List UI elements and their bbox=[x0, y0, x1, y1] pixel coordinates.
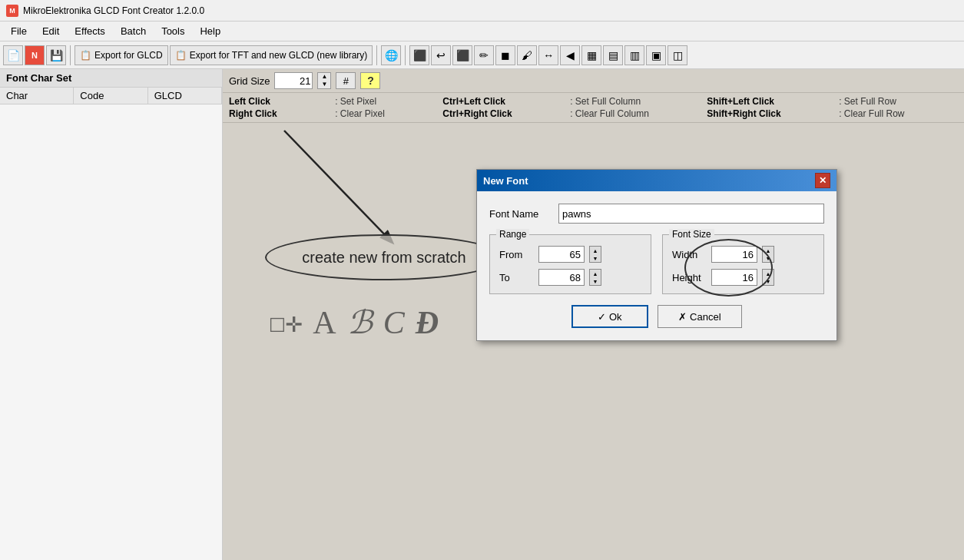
menu-tools[interactable]: Tools bbox=[154, 24, 192, 38]
from-row: From ▲ ▼ bbox=[499, 246, 641, 263]
height-up[interactable]: ▲ bbox=[763, 270, 774, 277]
table-header: Char Code GLCD bbox=[0, 88, 222, 104]
chars-area: ☐✛ A ℬ C Ð bbox=[269, 303, 439, 341]
width-input[interactable] bbox=[711, 246, 757, 263]
tool7[interactable]: ↔ bbox=[538, 45, 558, 65]
app-title: MikroElektronika GLCD Font Creator 1.2.0… bbox=[23, 5, 204, 16]
toolbar: 📄 N 💾 📋 Export for GLCD 📋 Export for TFT… bbox=[0, 41, 964, 69]
globe-button[interactable]: 🌐 bbox=[381, 45, 401, 65]
col-glcd: GLCD bbox=[148, 88, 222, 104]
to-input[interactable] bbox=[538, 269, 585, 286]
export-tft-button[interactable]: 📋 Export for TFT and new GLCD (new libra… bbox=[170, 45, 373, 65]
from-label: From bbox=[499, 249, 534, 260]
menu-effects[interactable]: Effects bbox=[67, 24, 113, 38]
from-up[interactable]: ▲ bbox=[590, 247, 601, 254]
dialog-title: New Font bbox=[483, 175, 528, 187]
height-row: Height ▲ ▼ bbox=[672, 269, 814, 286]
grid-size-up[interactable]: ▲ bbox=[318, 73, 330, 81]
sep2 bbox=[376, 45, 377, 65]
to-row: To ▲ ▼ bbox=[499, 269, 641, 286]
shift-left-desc: : Set Full Row bbox=[839, 96, 958, 107]
save-button[interactable]: 💾 bbox=[46, 45, 66, 65]
menu-batch[interactable]: Batch bbox=[113, 24, 154, 38]
to-spinner[interactable]: ▲ ▼ bbox=[589, 269, 601, 286]
tool10[interactable]: ▤ bbox=[603, 45, 623, 65]
right-click-label: Right Click bbox=[229, 108, 330, 119]
tool8[interactable]: ◀ bbox=[560, 45, 580, 65]
click-instructions: Left Click : Set Pixel Ctrl+Left Click :… bbox=[223, 93, 964, 123]
to-up[interactable]: ▲ bbox=[590, 270, 601, 277]
help-button[interactable]: ? bbox=[360, 72, 380, 89]
menu-file[interactable]: File bbox=[3, 24, 35, 38]
ctrl-right-desc: : Clear Full Column bbox=[570, 108, 702, 119]
font-char-set-header: Font Char Set bbox=[0, 69, 222, 88]
ok-label: ✓ Ok bbox=[598, 311, 621, 323]
tool3[interactable]: ⬛ bbox=[452, 45, 472, 65]
grid-size-down[interactable]: ▼ bbox=[318, 81, 330, 88]
new-button[interactable]: 📄 bbox=[3, 45, 23, 65]
export-tft-icon: 📋 bbox=[175, 50, 187, 61]
app-icon: M bbox=[6, 5, 18, 17]
tool13[interactable]: ◫ bbox=[668, 45, 687, 65]
ctrl-left-desc: : Set Full Column bbox=[570, 96, 702, 107]
right-click-desc: : Clear Pixel bbox=[335, 108, 438, 119]
shift-right-desc: : Clear Full Row bbox=[839, 108, 958, 119]
ctrl-left-label: Ctrl+Left Click bbox=[442, 96, 565, 107]
main-layout: Font Char Set Char Code GLCD Grid Size ▲… bbox=[0, 69, 964, 560]
tool6[interactable]: 🖌 bbox=[517, 45, 537, 65]
width-down[interactable]: ▼ bbox=[763, 254, 774, 262]
col-code: Code bbox=[74, 88, 147, 104]
titlebar: M MikroElektronika GLCD Font Creator 1.2… bbox=[0, 0, 964, 22]
tool9[interactable]: ▦ bbox=[581, 45, 601, 65]
svg-line-0 bbox=[284, 131, 392, 242]
menu-help[interactable]: Help bbox=[192, 24, 228, 38]
range-group-title: Range bbox=[496, 229, 529, 240]
to-down[interactable]: ▼ bbox=[590, 277, 601, 285]
export-glcd-button[interactable]: 📋 Export for GLCD bbox=[75, 45, 168, 65]
dialog-titlebar: New Font ✕ bbox=[477, 170, 836, 191]
height-spinner[interactable]: ▲ ▼ bbox=[762, 269, 774, 286]
ctrl-right-label: Ctrl+Right Click bbox=[442, 108, 565, 119]
sep1 bbox=[70, 45, 71, 65]
dialog-buttons: ✓ Ok ✗ Cancel bbox=[489, 305, 824, 328]
cancel-button[interactable]: ✗ Cancel bbox=[658, 305, 742, 328]
cancel-label: ✗ Cancel bbox=[678, 311, 721, 323]
font-name-input[interactable] bbox=[558, 204, 824, 224]
tool2[interactable]: ↩ bbox=[431, 45, 451, 65]
menubar: File Edit Effects Batch Tools Help bbox=[0, 22, 964, 41]
ok-button[interactable]: ✓ Ok bbox=[571, 305, 648, 328]
tool12[interactable]: ▣ bbox=[646, 45, 666, 65]
tool1[interactable]: ⬛ bbox=[409, 45, 429, 65]
grid-size-input[interactable] bbox=[274, 72, 313, 89]
menu-edit[interactable]: Edit bbox=[35, 24, 67, 38]
tool4[interactable]: ✏ bbox=[474, 45, 494, 65]
sep3 bbox=[405, 45, 406, 65]
left-click-desc: : Set Pixel bbox=[335, 96, 438, 107]
from-input[interactable] bbox=[538, 246, 585, 263]
shift-right-label: Shift+Right Click bbox=[707, 108, 834, 119]
height-input[interactable] bbox=[711, 269, 757, 286]
tool11[interactable]: ▥ bbox=[624, 45, 644, 65]
new2-button[interactable]: N bbox=[25, 45, 45, 65]
grid-size-label: Grid Size bbox=[229, 75, 270, 87]
dialog-close-button[interactable]: ✕ bbox=[815, 173, 830, 188]
width-row: Width ▲ ▼ bbox=[672, 246, 814, 263]
grid-toggle-btn[interactable]: # bbox=[336, 72, 356, 89]
height-down[interactable]: ▼ bbox=[763, 277, 774, 285]
char-glyph-1: A bbox=[313, 304, 336, 341]
from-spinner[interactable]: ▲ ▼ bbox=[589, 246, 601, 263]
export-tft-label: Export for TFT and new GLCD (new library… bbox=[190, 50, 368, 61]
to-label: To bbox=[499, 272, 534, 283]
width-spinner[interactable]: ▲ ▼ bbox=[762, 246, 774, 263]
annotation-oval: create new from scratch bbox=[265, 234, 503, 280]
from-down[interactable]: ▼ bbox=[590, 254, 601, 262]
drawing-area[interactable]: create new from scratch ☐✛ A ℬ C Ð New F… bbox=[223, 123, 964, 560]
grid-size-spinner[interactable]: ▲ ▼ bbox=[317, 72, 331, 89]
font-size-group-title: Font Size bbox=[669, 229, 714, 240]
font-name-row: Font Name bbox=[489, 204, 824, 224]
shift-left-label: Shift+Left Click bbox=[707, 96, 834, 107]
width-label: Width bbox=[672, 249, 707, 260]
tool5[interactable]: ◼ bbox=[495, 45, 515, 65]
width-up[interactable]: ▲ bbox=[763, 247, 774, 254]
height-label: Height bbox=[672, 272, 707, 283]
